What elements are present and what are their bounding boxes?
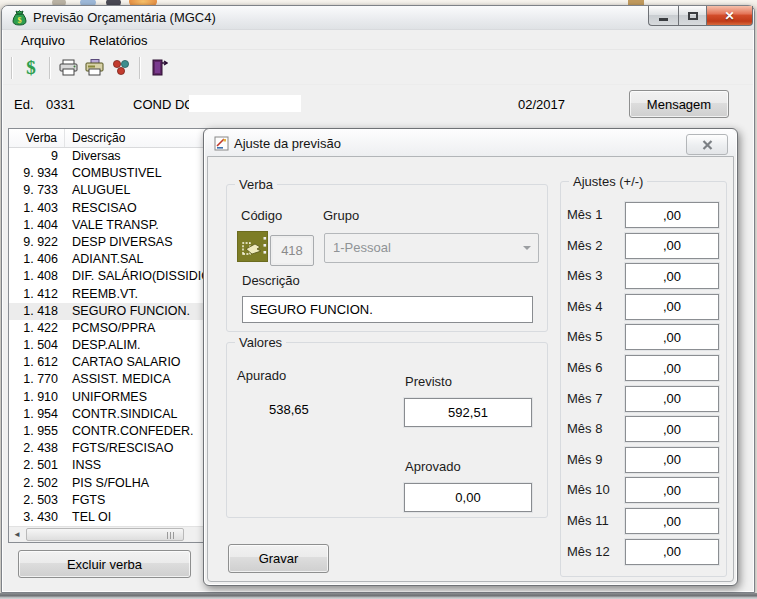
scroll-left-arrow[interactable]: ◄ bbox=[9, 527, 25, 542]
condo-label: COND DO bbox=[133, 97, 194, 112]
descricao-cell: CONTR.CONFEDER. bbox=[65, 423, 207, 440]
month-input[interactable] bbox=[625, 386, 719, 412]
verba-cell: 1. 406 bbox=[9, 251, 65, 268]
main-titlebar[interactable]: $ Previsão Orçamentária (MGC4) bbox=[2, 6, 754, 30]
list-item[interactable]: 1. 954CONTR.SINDICAL bbox=[9, 406, 207, 423]
exit-door-icon[interactable] bbox=[146, 56, 172, 80]
codigo-label: Código bbox=[241, 208, 282, 223]
grupo-select[interactable]: 1-Pessoal bbox=[324, 233, 539, 263]
scrollbar-thumb[interactable] bbox=[26, 528, 184, 541]
list-item[interactable]: 1. 955CONTR.CONFEDER. bbox=[9, 423, 207, 440]
menu-arquivo[interactable]: Arquivo bbox=[9, 32, 77, 49]
menu-relatorios[interactable]: Relatórios bbox=[77, 32, 160, 49]
gravar-button[interactable]: Gravar bbox=[228, 544, 329, 573]
currency-icon[interactable]: $ bbox=[18, 56, 44, 80]
list-item[interactable]: 2. 501INSS bbox=[9, 457, 207, 474]
codigo-field: 418 bbox=[270, 235, 314, 266]
month-row: Mês 5 bbox=[561, 324, 726, 350]
horizontal-scrollbar[interactable]: ◄ bbox=[9, 526, 207, 542]
print-setup-icon[interactable] bbox=[82, 56, 108, 80]
month-row: Mês 1 bbox=[561, 202, 726, 228]
apurado-label: Apurado bbox=[237, 368, 286, 383]
list-item[interactable]: 2. 502PIS S/FOLHA bbox=[9, 475, 207, 492]
close-button[interactable]: ✕ bbox=[707, 6, 753, 26]
descricao-cell: COMBUSTIVEL bbox=[65, 165, 207, 182]
list-item[interactable]: 1. 504DESP.ALIM. bbox=[9, 337, 207, 354]
month-input[interactable] bbox=[625, 508, 719, 534]
apurado-value: 538,65 bbox=[269, 402, 309, 417]
verba-cell: 1. 408 bbox=[9, 268, 65, 285]
month-label: Mês 11 bbox=[567, 513, 609, 528]
descricao-cell: FGTS/RESCISAO bbox=[65, 440, 207, 457]
verba-cell: 1. 955 bbox=[9, 423, 65, 440]
aprovado-input[interactable] bbox=[404, 483, 532, 512]
descricao-cell: INSS bbox=[65, 457, 207, 474]
month-input[interactable] bbox=[625, 416, 719, 442]
list-item[interactable]: 1. 418SEGURO FUNCION. bbox=[9, 303, 207, 320]
list-item[interactable]: 1. 770ASSIST. MEDICA bbox=[9, 371, 207, 388]
month-input[interactable] bbox=[625, 263, 719, 289]
list-item[interactable]: 1. 412REEMB.VT. bbox=[9, 286, 207, 303]
month-row: Mês 6 bbox=[561, 355, 726, 381]
window-controls: ✕ bbox=[648, 6, 753, 26]
list-item[interactable]: 1. 406ADIANT.SAL bbox=[9, 251, 207, 268]
list-item[interactable]: 2. 503FGTS bbox=[9, 492, 207, 509]
list-item[interactable]: 1. 612CARTAO SALARIO bbox=[9, 354, 207, 371]
toolbar-separator bbox=[49, 57, 51, 79]
toolbar: $ bbox=[3, 51, 753, 85]
verba-cell: 9 bbox=[9, 148, 65, 165]
ed-label: Ed. bbox=[14, 97, 34, 112]
month-input[interactable] bbox=[625, 324, 719, 350]
descricao-cell: ADIANT.SAL bbox=[65, 251, 207, 268]
month-input[interactable] bbox=[625, 447, 719, 473]
minimize-button[interactable] bbox=[648, 6, 678, 26]
list-item[interactable]: 2. 438FGTS/RESCISAO bbox=[9, 440, 207, 457]
verba-list[interactable]: Verba Descrição 9Diversas9. 934COMBUSTIV… bbox=[8, 128, 208, 543]
print-icon[interactable] bbox=[56, 56, 82, 80]
month-input[interactable] bbox=[625, 202, 719, 228]
list-item[interactable]: 1. 404VALE TRANSP. bbox=[9, 217, 207, 234]
mensagem-button[interactable]: Mensagem bbox=[629, 90, 729, 118]
descricao-cell: CARTAO SALARIO bbox=[65, 354, 207, 371]
verba-cell: 1. 412 bbox=[9, 286, 65, 303]
month-input[interactable] bbox=[625, 355, 719, 381]
list-item[interactable]: 9Diversas bbox=[9, 148, 207, 165]
dialog-titlebar[interactable]: Ajuste da previsão bbox=[205, 130, 736, 156]
list-item[interactable]: 1. 408DIF. SALÁRIO(DISSIDIO) bbox=[9, 268, 207, 285]
descricao-cell: REEMB.VT. bbox=[65, 286, 207, 303]
month-input[interactable] bbox=[625, 477, 719, 503]
descricao-cell: TEL OI bbox=[65, 509, 207, 526]
month-input[interactable] bbox=[625, 539, 719, 565]
month-input[interactable] bbox=[625, 294, 719, 320]
toolbar-separator bbox=[139, 57, 141, 79]
verba-cell: 1. 404 bbox=[9, 217, 65, 234]
browse-hand-icon[interactable] bbox=[237, 231, 268, 262]
verba-list-rows: 9Diversas9. 934COMBUSTIVEL9. 733ALUGUEL1… bbox=[9, 148, 207, 526]
excluir-verba-button[interactable]: Excluir verba bbox=[18, 550, 191, 578]
maximize-button[interactable] bbox=[678, 6, 707, 26]
list-item[interactable]: 1. 910UNIFORMES bbox=[9, 389, 207, 406]
valores-group: Valores Apurado 538,65 Previsto Aprovado bbox=[226, 342, 548, 518]
verba-group: Verba Código 418 Grupo 1-Pessoal Descriç… bbox=[226, 184, 548, 332]
valores-group-label: Valores bbox=[235, 335, 286, 350]
descricao-cell: VALE TRANSP. bbox=[65, 217, 207, 234]
verba-cell: 2. 503 bbox=[9, 492, 65, 509]
descricao-cell: ASSIST. MEDICA bbox=[65, 371, 207, 388]
verba-cell: 1. 422 bbox=[9, 320, 65, 337]
list-item[interactable]: 9. 733ALUGUEL bbox=[9, 182, 207, 199]
month-input[interactable] bbox=[625, 233, 719, 259]
verba-cell: 2. 438 bbox=[9, 440, 65, 457]
list-item[interactable]: 3. 430TEL OI bbox=[9, 509, 207, 526]
list-item[interactable]: 9. 922DESP DIVERSAS bbox=[9, 234, 207, 251]
column-header-verba[interactable]: Verba bbox=[9, 129, 65, 147]
descricao-input[interactable] bbox=[242, 296, 533, 323]
dialog-close-button[interactable] bbox=[686, 134, 728, 155]
column-header-descricao[interactable]: Descrição bbox=[65, 129, 207, 147]
previsto-input[interactable] bbox=[404, 398, 532, 427]
spheres-icon[interactable] bbox=[108, 56, 134, 80]
list-item[interactable]: 1. 422PCMSO/PPRA bbox=[9, 320, 207, 337]
ajuste-previsao-dialog: Ajuste da previsão Verba Código 418 Gr bbox=[203, 128, 738, 586]
month-label: Mês 5 bbox=[567, 329, 602, 344]
list-item[interactable]: 1. 403RESCISAO bbox=[9, 200, 207, 217]
list-item[interactable]: 9. 934COMBUSTIVEL bbox=[9, 165, 207, 182]
